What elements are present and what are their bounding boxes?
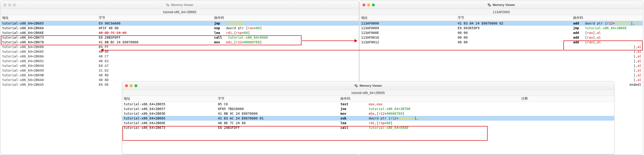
table-row[interactable]: tutorial-x86_64+2B66541 83 AC 24 E007000… bbox=[122, 116, 614, 120]
header-bytes[interactable]: 字节 bbox=[216, 96, 339, 102]
cell-mnemonic: sub bbox=[339, 116, 367, 120]
header-address[interactable]: 地址 bbox=[1, 15, 97, 21]
table-row[interactable]: 113AF0009E9 603659F9jmp tutorial-x86_64+… bbox=[360, 26, 643, 30]
cell-mnemonic: call bbox=[339, 125, 367, 130]
table-row[interactable]: tutorial-x86_64+2B665E9 96C9A606jmp 113A… bbox=[1, 21, 359, 26]
close-icon[interactable] bbox=[125, 84, 128, 87]
table-row[interactable]: tutorial-x86_64+2B69148 63 bbox=[1, 59, 359, 63]
cell-comment bbox=[520, 120, 614, 125]
header-bytes[interactable]: 字节 bbox=[456, 15, 572, 21]
cell-comment bbox=[520, 116, 614, 120]
header-opcode[interactable]: 操作码 bbox=[572, 15, 643, 21]
table-row[interactable]: 113AF001200 00add [rax],al bbox=[360, 40, 643, 44]
cell-bytes: 00 00 bbox=[456, 30, 572, 35]
table-row[interactable]: ],al bbox=[360, 49, 643, 54]
cell-address: tutorial-x86_64+2B665 bbox=[122, 116, 216, 120]
cell-opcode: add [rax],al bbox=[572, 30, 643, 35]
close-icon[interactable] bbox=[362, 4, 365, 6]
cell-address: tutorial-x86_64+2B678 bbox=[1, 40, 97, 44]
cell-opcode: jmp 113AF0000 bbox=[213, 21, 359, 26]
cell-mnemonic: mov bbox=[339, 111, 367, 116]
cell-comment bbox=[520, 111, 614, 116]
table-row[interactable]: tutorial-x86_64+2B66A0F1F 40 00nop dword… bbox=[1, 26, 359, 30]
column-headers: 地址 字节 操作码 bbox=[1, 15, 359, 21]
cell-operands: dword ptr [r12+000007E0],01 bbox=[367, 116, 520, 120]
table-row[interactable]: tutorial-x86_64+2B67841 8B BC 24 E007000… bbox=[1, 40, 359, 44]
table-row[interactable]: tutorial-x86_64+2B673E8 28B3FDFFcalltuto… bbox=[122, 125, 614, 130]
cell-address: tutorial-x86_64+2B66A bbox=[1, 26, 97, 30]
cell-mnemonic: lea bbox=[339, 120, 367, 125]
table-row[interactable]: tutorial-x86_64+2B694E8 A7 bbox=[1, 63, 359, 68]
cell-fragment: ],al bbox=[632, 63, 643, 68]
table-row[interactable]: tutorial-x86_64+2B68A48 C7 bbox=[1, 54, 359, 59]
cell-bytes: 85 C0 bbox=[216, 102, 339, 106]
disassembly-list[interactable]: tutorial-x86_64+2B65585 C0testeax,eaxtut… bbox=[122, 102, 614, 130]
cell-bytes: E8 A7 bbox=[97, 63, 213, 68]
cell-address: 113AF0012 bbox=[360, 40, 456, 44]
cell-bytes: 41 83 AC 24 E0070000 01 bbox=[216, 116, 339, 120]
cell-bytes: E8 28B3FDFF bbox=[97, 35, 213, 40]
table-row[interactable]: ],al bbox=[360, 44, 643, 49]
header-opcode[interactable]: 操作码 bbox=[339, 96, 367, 102]
cell-comment bbox=[520, 106, 614, 111]
cell-bytes: 41 8B 9C 24 E0070000 bbox=[216, 111, 339, 116]
cell-fragment: ],al bbox=[632, 49, 643, 54]
header-address[interactable]: 地址 bbox=[360, 15, 456, 21]
cell-address: tutorial-x86_64+2B65D bbox=[122, 111, 216, 116]
table-row[interactable]: 113AF000041 83 84 24 E0070000 02add dwor… bbox=[360, 21, 643, 26]
table-row[interactable]: tutorial-x86_64+2B66E48 8D 7C 24 60lea r… bbox=[1, 30, 359, 35]
table-row[interactable]: tutorial-x86_64+2B673E8 28B3FDFFcall tut… bbox=[1, 35, 359, 40]
table-row[interactable]: ],al bbox=[360, 68, 643, 73]
table-row[interactable]: tutorial-x86_64+2B68548 8D bbox=[1, 49, 359, 54]
cell-bytes: 41 83 84 24 E0070000 02 bbox=[456, 21, 572, 26]
header-address[interactable]: 地址 bbox=[122, 96, 216, 102]
table-row[interactable]: tutorial-x86_64+2B65585 C0testeax,eax bbox=[122, 102, 614, 106]
minimize-icon[interactable] bbox=[8, 4, 11, 6]
table-row[interactable]: tutorial-x86_64+2B69931 D2 bbox=[1, 68, 359, 73]
table-row[interactable]: 113AF000E00 00add [rax],al bbox=[360, 30, 643, 35]
column-headers: 地址 字节 操作码 注释 bbox=[122, 96, 614, 102]
cell-address: tutorial-x86_64+2B655 bbox=[122, 102, 216, 106]
zoom-icon[interactable] bbox=[372, 4, 375, 6]
disassembly-list[interactable]: 113AF000041 83 84 24 E0070000 02add dwor… bbox=[360, 21, 643, 87]
table-row[interactable]: ],al bbox=[360, 54, 643, 59]
cell-address: tutorial-x86_64+2B665 bbox=[1, 21, 97, 26]
header-bytes[interactable]: 字节 bbox=[97, 15, 213, 21]
cell-opcode: add [rax],al bbox=[572, 35, 643, 40]
gear-icon bbox=[354, 84, 358, 88]
traffic-lights bbox=[122, 84, 137, 87]
titlebar[interactable]: Memory Viewer bbox=[360, 1, 643, 9]
traffic-lights bbox=[360, 4, 375, 6]
memory-viewer-window-bottom[interactable]: Memory Viewer tutorial-x86_64+2B655 地址 字… bbox=[122, 81, 614, 154]
minimize-icon[interactable] bbox=[130, 84, 132, 87]
cell-operands: rdi,[rsp+60] bbox=[367, 120, 520, 125]
table-row[interactable]: tutorial-x86_64+2B6570F85 7B010000jnetut… bbox=[122, 106, 614, 111]
cell-bytes: 31 D2 bbox=[97, 68, 213, 73]
table-row[interactable]: ],al bbox=[360, 63, 643, 68]
titlebar[interactable]: Memory Viewer bbox=[1, 1, 359, 9]
titlebar[interactable]: Memory Viewer bbox=[122, 82, 614, 90]
cell-address: tutorial-x86_64+2B68A bbox=[1, 54, 97, 59]
disassembly-list[interactable]: tutorial-x86_64+2B665E9 96C9A606jmp 113A… bbox=[1, 21, 359, 87]
zoom-icon[interactable] bbox=[134, 84, 137, 87]
header-opcode[interactable]: 操作码 bbox=[213, 15, 359, 21]
table-row[interactable]: tutorial-x86_64+2B69B48 8D bbox=[1, 73, 359, 78]
cell-opcode: lea rdi,[rsp+60] bbox=[213, 30, 359, 35]
cell-opcode: add [rax],al bbox=[572, 40, 643, 44]
minimize-icon[interactable] bbox=[367, 4, 370, 6]
cell-comment bbox=[520, 125, 614, 130]
zoom-icon[interactable] bbox=[13, 4, 16, 6]
table-row[interactable]: tutorial-x86_64+2B65D41 8B 9C 24 E007000… bbox=[122, 111, 614, 116]
header-comment[interactable]: 注释 bbox=[520, 96, 614, 102]
table-row[interactable]: ],al bbox=[360, 59, 643, 63]
header-args[interactable] bbox=[367, 96, 520, 102]
cell-opcode: jmp tutorial-x86_64+2B66E bbox=[572, 26, 643, 30]
cell-address: tutorial-x86_64+2B673 bbox=[1, 35, 97, 40]
close-icon[interactable] bbox=[4, 4, 6, 6]
table-row[interactable]: 113AF001000 00add [rax],al bbox=[360, 35, 643, 40]
table-row[interactable]: ],al bbox=[360, 73, 643, 78]
table-row[interactable]: tutorial-x86_64+2B680B9 FF bbox=[1, 44, 359, 49]
table-row[interactable]: tutorial-x86_64+2B66E48 8D 7C 24 60leard… bbox=[122, 120, 614, 125]
cell-bytes: 48 8D 7C 24 60 bbox=[216, 120, 339, 125]
cell-address: tutorial-x86_64+2B6A0 bbox=[1, 78, 97, 82]
